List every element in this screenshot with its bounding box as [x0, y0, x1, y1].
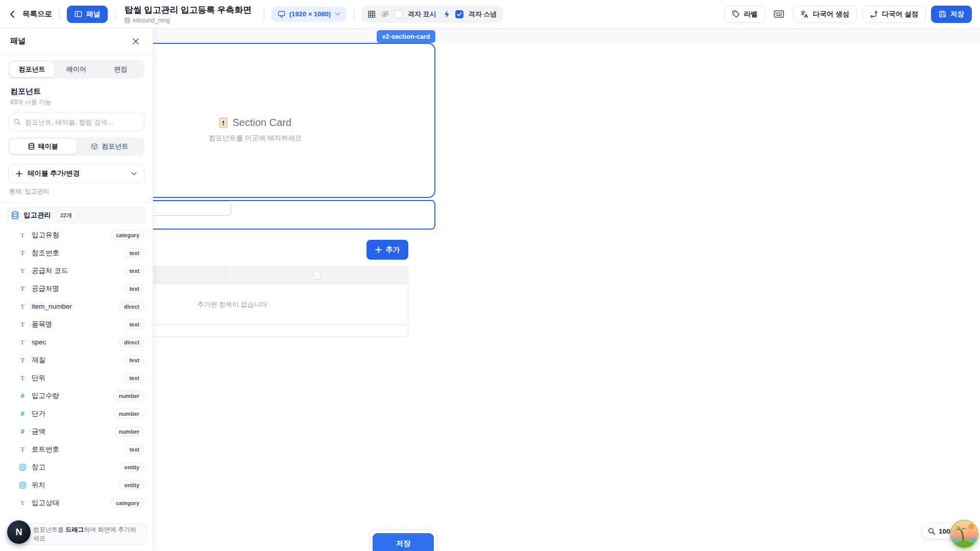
- component-search[interactable]: [8, 113, 144, 131]
- grid-snap-label: 격자 스냅: [469, 10, 497, 19]
- field-list-item[interactable]: # 단가 number: [0, 405, 153, 422]
- database-icon: [125, 17, 130, 23]
- field-type-badge: direct: [119, 337, 144, 347]
- field-list-item[interactable]: T 입고상태 category: [0, 494, 153, 512]
- plus-icon: [375, 246, 382, 253]
- field-type-badge: text: [124, 266, 144, 276]
- table-group-header[interactable]: 입고관리 22개: [6, 207, 146, 224]
- field-name: item_number: [32, 303, 72, 310]
- field-type-badge: entity: [119, 480, 144, 490]
- field-type-icon: [18, 464, 27, 471]
- field-type-icon: T: [18, 285, 27, 293]
- divider: [0, 202, 153, 203]
- field-list-item[interactable]: T 단위 text: [0, 369, 153, 387]
- field-list-item[interactable]: # 금액 number: [0, 422, 153, 440]
- field-name: 공급처 코드: [32, 266, 68, 276]
- field-list-item[interactable]: T 공급처명 text: [0, 280, 153, 297]
- field-type-icon: T: [18, 231, 27, 239]
- grid-show-checkbox[interactable]: [395, 10, 403, 18]
- magnifier-icon: [928, 528, 936, 535]
- panel-title: 패널: [10, 36, 26, 46]
- tag-icon: [732, 10, 740, 18]
- field-type-badge: number: [114, 427, 144, 436]
- field-type-badge: category: [111, 230, 144, 240]
- field-list-item[interactable]: T 품목명 text: [0, 315, 153, 333]
- package-icon: [91, 143, 98, 150]
- grid-icon[interactable]: [368, 10, 376, 18]
- field-type-badge: text: [124, 373, 144, 383]
- field-name: 입고유형: [32, 231, 59, 240]
- field-type-badge: text: [124, 319, 144, 329]
- lightning-icon: [444, 10, 450, 18]
- i18n-generate-button[interactable]: 다국어 생성: [793, 6, 856, 23]
- tab-edit[interactable]: 편집: [99, 62, 143, 77]
- section-card-title-row: Section Card: [219, 117, 291, 129]
- field-type-badge: number: [114, 409, 144, 418]
- add-change-table-button[interactable]: 테이블 추가/변경: [8, 164, 144, 183]
- field-list-item[interactable]: T 로트번호 text: [0, 440, 153, 458]
- field-type-badge: entity: [119, 462, 144, 472]
- components-heading: 컴포넌트: [10, 87, 142, 96]
- field-list-item[interactable]: T 입고유형 category: [0, 226, 153, 244]
- island-badge-icon[interactable]: [950, 520, 978, 548]
- save-button[interactable]: 저장: [931, 6, 972, 23]
- label-button[interactable]: 라벨: [724, 6, 765, 23]
- divider: [59, 8, 60, 20]
- field-name: 금액: [32, 427, 45, 436]
- field-name: 단가: [32, 409, 45, 418]
- mode-component-button[interactable]: 컴포넌트: [77, 139, 143, 154]
- field-name: 단위: [32, 373, 45, 383]
- field-type-badge: text: [124, 248, 144, 258]
- back-arrow-icon: [8, 10, 17, 19]
- panel-tabs: 컴포넌트 레이어 편집: [8, 60, 144, 79]
- close-icon[interactable]: [129, 35, 142, 48]
- field-type-badge: category: [111, 498, 144, 508]
- page-title: 탑씰 입고관리 입고등록 우측화면: [125, 4, 252, 16]
- grid-snap-checkbox[interactable]: [455, 10, 463, 18]
- tab-layers[interactable]: 레이어: [54, 62, 99, 77]
- field-type-icon: T: [18, 499, 27, 507]
- database-icon: [11, 211, 19, 219]
- database-icon: [28, 143, 35, 150]
- field-list: T 입고유형 category T 참조번호 text T 공급처 코드 tex…: [0, 226, 153, 512]
- back-to-list-button[interactable]: 목록으로: [8, 9, 52, 19]
- field-type-icon: T: [18, 445, 27, 454]
- field-name: spec: [32, 338, 46, 346]
- mode-table-button[interactable]: 테이블: [10, 139, 77, 154]
- field-list-item[interactable]: T 재질 text: [0, 351, 153, 369]
- field-list-item[interactable]: T 공급처 코드 text: [0, 262, 153, 280]
- field-list-item[interactable]: # 입고수량 number: [0, 387, 153, 405]
- chevron-down-icon: [131, 172, 137, 176]
- field-list-item[interactable]: T spec direct: [0, 333, 153, 351]
- select-all-checkbox[interactable]: [313, 271, 321, 280]
- panel-toggle-button[interactable]: 패널: [67, 6, 108, 23]
- divider: [264, 8, 264, 20]
- field-type-icon: [18, 482, 27, 489]
- canvas-save-button[interactable]: 저장: [373, 533, 434, 551]
- i18n-settings-button[interactable]: 다국어 설정: [862, 6, 926, 23]
- screen-size-dropdown[interactable]: (980 × 551): [272, 7, 347, 22]
- add-row-button[interactable]: 추가: [366, 240, 408, 260]
- search-icon: [14, 118, 21, 126]
- field-type-icon: T: [18, 338, 27, 346]
- app-logo-button[interactable]: N: [7, 520, 31, 544]
- top-toolbar: 목록으로 패널 탑씰 입고관리 입고등록 우측화면 inbound_mng (1: [0, 0, 980, 29]
- field-list-item[interactable]: 위치 entity: [0, 476, 153, 494]
- keyboard-shortcuts-button[interactable]: [770, 6, 788, 23]
- tab-components[interactable]: 컴포넌트: [10, 62, 54, 77]
- field-type-badge: direct: [119, 302, 144, 311]
- field-list-item[interactable]: T 참조번호 text: [0, 244, 153, 262]
- eye-off-icon[interactable]: [381, 10, 389, 18]
- field-name: 입고수량: [32, 391, 59, 400]
- field-type-badge: text: [124, 444, 144, 454]
- search-input[interactable]: [25, 118, 139, 126]
- field-type-icon: T: [18, 303, 27, 311]
- source-mode-tabs: 테이블 컴포넌트: [8, 137, 144, 156]
- field-list-item[interactable]: T item_number direct: [0, 297, 153, 315]
- selection-tag: v2-section-card: [377, 30, 435, 43]
- field-list-item[interactable]: 창고 entity: [0, 458, 153, 476]
- field-type-icon: #: [18, 410, 27, 417]
- field-type-badge: number: [114, 391, 144, 400]
- field-name: 입고상태: [32, 498, 59, 508]
- field-type-icon: T: [18, 249, 27, 257]
